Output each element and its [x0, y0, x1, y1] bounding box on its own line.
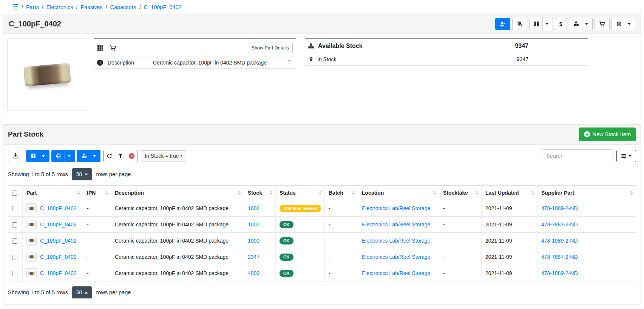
stock-table-wrap: Part IPN Description Stock Status Batch …	[3, 185, 641, 281]
filter-button-group: ✕	[103, 150, 137, 162]
pricing-button[interactable]: $	[555, 18, 567, 30]
column-header-location[interactable]: Location	[358, 186, 439, 200]
stocktake-cell: -	[439, 233, 482, 249]
gear-icon	[616, 21, 622, 27]
table-header-row: Part IPN Description Stock Status Batch …	[8, 186, 636, 200]
description-cell: Ceramic capacitor, 100pF in 0402 SMD pac…	[111, 233, 244, 249]
page-size-value: 50	[76, 171, 82, 177]
breadcrumb-link-current-part[interactable]: C_100pF_0402	[144, 4, 182, 10]
row-checkbox[interactable]	[12, 271, 17, 276]
stock-options-dropdown[interactable]	[77, 150, 100, 162]
row-checkbox[interactable]	[12, 222, 17, 228]
row-checkbox[interactable]	[12, 238, 17, 244]
location-link[interactable]: Electronics Lab/Reel Storage	[362, 221, 430, 228]
column-header-stocktake[interactable]: Stocktake	[439, 186, 482, 200]
supplier-part-link[interactable]: 478-1089-2-ND	[541, 205, 578, 211]
grid-icon	[31, 153, 36, 158]
part-thumbnail	[26, 220, 37, 229]
export-button[interactable]	[8, 150, 23, 162]
column-header-part[interactable]: Part	[23, 186, 83, 200]
stock-link[interactable]: 1000	[248, 205, 259, 211]
status-badge: OK	[280, 237, 293, 244]
row-checkbox[interactable]	[12, 206, 17, 211]
refresh-button[interactable]	[103, 150, 115, 162]
description-cell: Ceramic capacitor, 100pF in 0402 SMD pac…	[111, 249, 244, 265]
user-check-icon	[500, 21, 506, 27]
column-header-last-updated[interactable]: Last Updated	[482, 186, 537, 200]
column-header-stock[interactable]: Stock	[244, 186, 276, 200]
part-link[interactable]: C_100pF_0402	[40, 205, 77, 211]
filter-chip-label: In Stock = true	[145, 153, 179, 159]
location-link[interactable]: Electronics Lab/Reel Storage	[362, 238, 430, 244]
available-stock-value: 9347	[515, 43, 528, 49]
stock-link[interactable]: 1000	[248, 238, 259, 244]
stock-grid-dropdown[interactable]	[26, 150, 49, 162]
unsubscribe-button[interactable]	[512, 18, 527, 30]
supplier-part-link[interactable]: 478-1089-2-ND	[541, 238, 578, 244]
cart-icon[interactable]	[110, 45, 116, 51]
batch-cell: -	[325, 233, 358, 249]
location-link[interactable]: Electronics Lab/Reel Storage	[362, 205, 430, 211]
status-badge: OK	[280, 270, 293, 277]
breadcrumb-link-parts[interactable]: Parts	[26, 4, 39, 10]
column-header-batch[interactable]: Batch	[325, 186, 358, 200]
stock-link[interactable]: 2347	[248, 254, 259, 260]
page-size-dropdown[interactable]: 50	[72, 286, 93, 298]
location-pin-icon	[309, 57, 314, 62]
chevron-down-icon	[629, 155, 632, 157]
part-settings-dropdown[interactable]	[612, 18, 635, 30]
location-link[interactable]: Electronics Lab/Reel Storage	[362, 270, 430, 276]
part-link[interactable]: C_100pF_0402	[40, 254, 77, 260]
breadcrumb-link-capacitors[interactable]: Capacitors	[110, 4, 136, 10]
show-part-details-button[interactable]: Show Part Details	[248, 43, 293, 53]
grid-icon[interactable]	[97, 45, 103, 51]
sort-icon	[630, 191, 633, 195]
list-icon	[621, 153, 627, 159]
part-panel: C_100pF_0402 $	[3, 14, 641, 117]
menu-icon[interactable]: ☰	[12, 3, 19, 11]
in-stock-row: In Stock 9347	[305, 53, 588, 66]
part-link[interactable]: C_100pF_0402	[40, 221, 77, 228]
batch-cell: -	[325, 200, 358, 217]
capacitor-photo	[23, 63, 71, 86]
grid-icon	[534, 21, 539, 27]
supplier-part-link[interactable]: 478-7887-2-ND	[541, 254, 578, 260]
part-thumbnail	[26, 268, 37, 278]
breadcrumb-separator: /	[22, 4, 23, 10]
supplier-part-link[interactable]: 478-7887-2-ND	[541, 221, 578, 228]
breadcrumb-link-passives[interactable]: Passives	[80, 4, 102, 10]
part-image[interactable]	[7, 38, 87, 111]
clear-filters-button[interactable]: ✕	[126, 150, 137, 162]
search-input[interactable]	[542, 149, 613, 162]
column-header-description[interactable]: Description	[111, 186, 244, 200]
last-updated-cell: 2021-11-09	[482, 217, 537, 233]
part-link[interactable]: C_100pF_0402	[40, 238, 77, 244]
subscribe-button[interactable]	[495, 18, 510, 30]
column-header-ipn[interactable]: IPN	[83, 186, 111, 200]
table-view-dropdown[interactable]	[616, 150, 636, 162]
column-header-status[interactable]: Status	[276, 186, 325, 200]
sort-icon	[105, 191, 108, 195]
supplier-part-link[interactable]: 478-1089-2-ND	[541, 270, 578, 276]
filter-button[interactable]	[115, 150, 126, 162]
chevron-up-icon	[85, 292, 88, 294]
part-link[interactable]: C_100pF_0402	[40, 270, 77, 276]
print-dropdown[interactable]	[51, 150, 75, 162]
stock-link[interactable]: 1000	[248, 221, 259, 228]
column-header-supplier-part[interactable]: Supplier Part	[537, 186, 636, 200]
location-link[interactable]: Electronics Lab/Reel Storage	[362, 254, 430, 260]
breadcrumb-link-electronics[interactable]: Electronics	[46, 4, 73, 10]
barcode-actions-dropdown[interactable]	[529, 18, 553, 30]
row-checkbox[interactable]	[12, 255, 17, 260]
new-stock-item-button[interactable]: + New Stock Item	[579, 128, 636, 141]
order-part-button[interactable]	[595, 18, 610, 30]
bell-slash-icon	[517, 21, 523, 27]
stock-link[interactable]: 4000	[248, 270, 259, 276]
stock-actions-dropdown[interactable]	[569, 18, 593, 30]
breadcrumb-separator: /	[139, 4, 141, 10]
page-size-dropdown[interactable]: 50	[72, 168, 93, 180]
copy-icon[interactable]	[287, 60, 293, 66]
stock-boxes-icon	[82, 153, 87, 158]
select-all-checkbox[interactable]	[12, 191, 17, 196]
remove-filter-icon[interactable]: x	[180, 153, 182, 158]
